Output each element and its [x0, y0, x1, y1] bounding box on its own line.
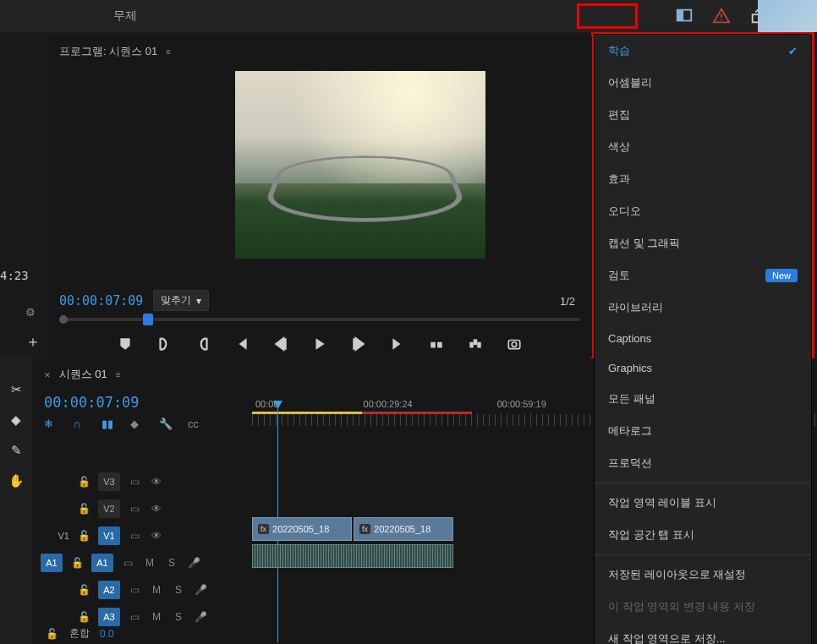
ws-item-all-panels[interactable]: 모든 패널 — [595, 383, 811, 415]
playback-resolution[interactable]: 1/2 — [560, 295, 575, 308]
mute-button[interactable]: M — [142, 557, 157, 569]
track-v2-target[interactable]: V2 — [98, 499, 120, 518]
ripple-tool[interactable]: ◆ — [11, 412, 21, 428]
linked-selection-toggle[interactable]: ∩ — [73, 418, 88, 433]
ws-item-learning[interactable]: 학습 ✔ — [595, 35, 811, 67]
add-marker-tool[interactable]: ◆ — [130, 418, 145, 433]
eye-icon[interactable]: 👁 — [149, 530, 164, 542]
warning-icon[interactable] — [712, 7, 731, 25]
voiceover-icon[interactable]: 🎤 — [186, 557, 201, 569]
ws-item-audio[interactable]: 오디오 — [595, 195, 811, 227]
fx-toggle[interactable]: ▭ — [127, 530, 142, 542]
new-badge: New — [765, 269, 798, 282]
lock-icon[interactable]: 🔓 — [76, 476, 91, 488]
settings-icon[interactable]: ⚙ — [25, 306, 36, 319]
play-button[interactable] — [312, 336, 327, 352]
eye-icon[interactable]: 👁 — [149, 503, 164, 515]
go-to-out-button[interactable] — [390, 336, 405, 352]
source-v1-label[interactable]: V1 — [44, 531, 69, 541]
ws-item-label: 학습 — [608, 43, 630, 58]
svg-rect-9 — [477, 342, 481, 348]
lock-icon[interactable]: 🔓 — [69, 557, 85, 569]
close-tab-button[interactable]: × — [44, 368, 51, 381]
ws-item-save-as-new[interactable]: 새 작업 영역으로 저장... — [595, 623, 811, 644]
snap-toggle[interactable]: ❄ — [44, 418, 59, 433]
pen-tool[interactable]: ✎ — [11, 443, 22, 458]
panel-menu-icon[interactable]: ≡ — [166, 47, 171, 57]
ws-item-graphics-en[interactable]: Graphics — [595, 353, 811, 383]
ws-item-editing[interactable]: 편집 — [595, 99, 811, 131]
panel-menu-icon[interactable]: ≡ — [116, 370, 121, 379]
mark-out-button[interactable] — [195, 336, 211, 352]
ws-item-libraries[interactable]: 라이브러리 — [595, 292, 811, 324]
fx-toggle[interactable]: ▭ — [127, 611, 142, 623]
solo-button[interactable]: S — [171, 611, 186, 623]
solo-button[interactable]: S — [171, 584, 186, 596]
lock-icon[interactable]: 🔓 — [76, 584, 91, 596]
video-clip[interactable]: fx 20220505_18 — [354, 517, 453, 541]
audio-clip[interactable] — [252, 544, 453, 568]
program-timecode[interactable]: 00:00:07:09 — [59, 293, 143, 308]
zoom-fit-dropdown[interactable]: 맞추기 ▾ — [153, 290, 209, 311]
ws-item-review[interactable]: 검토 New — [595, 259, 811, 292]
ws-item-captions-graphics[interactable]: 캡션 및 그래픽 — [595, 227, 811, 259]
ws-item-show-tabs[interactable]: 작업 공간 탭 표시 — [595, 519, 811, 551]
mix-value[interactable]: 0.0 — [100, 628, 114, 640]
track-a1-target[interactable]: A1 — [91, 554, 113, 572]
extract-button[interactable] — [468, 336, 483, 352]
tool-strip: ✂ ◆ ✎ ✋ — [0, 358, 32, 644]
voiceover-icon[interactable]: 🎤 — [193, 584, 208, 596]
ws-item-assembly[interactable]: 어셈블리 — [595, 67, 811, 99]
add-marker-button[interactable] — [118, 336, 133, 352]
lock-icon[interactable]: 🔓 — [44, 628, 59, 640]
settings-tool[interactable]: 🔧 — [159, 418, 174, 433]
lock-icon[interactable]: 🔓 — [76, 530, 91, 542]
lock-icon[interactable]: 🔓 — [76, 503, 91, 515]
selection-tool[interactable]: ✂ — [11, 382, 22, 397]
track-a2-target[interactable]: A2 — [98, 581, 120, 599]
marker-toggle[interactable]: ▮▮ — [101, 418, 117, 433]
program-scrubber[interactable] — [59, 318, 580, 331]
voiceover-icon[interactable]: 🎤 — [193, 611, 208, 623]
clip-label: 20220505_18 — [272, 524, 329, 534]
video-preview[interactable] — [235, 71, 485, 259]
export-frame-button[interactable] — [507, 336, 522, 352]
ws-item-label: 저장된 레이아웃으로 재설정 — [608, 567, 746, 582]
work-area-bar[interactable] — [252, 412, 362, 414]
step-back-button[interactable] — [273, 336, 288, 352]
video-clip[interactable]: fx 20220505_18 — [252, 517, 352, 541]
ws-item-label: 라이브러리 — [608, 300, 663, 315]
eye-icon[interactable]: 👁 — [149, 476, 164, 488]
step-forward-button[interactable] — [351, 336, 366, 352]
workspace-menu-button[interactable] — [675, 7, 694, 25]
track-v3-target[interactable]: V3 — [98, 472, 120, 491]
fx-toggle[interactable]: ▭ — [127, 476, 142, 488]
ws-item-show-labels[interactable]: 작업 영역 레이블 표시 — [595, 487, 811, 519]
mark-in-button[interactable] — [156, 336, 172, 352]
solo-button[interactable]: S — [164, 557, 179, 569]
ws-item-effects[interactable]: 효과 — [595, 163, 811, 195]
scrubber-handle[interactable] — [143, 314, 153, 325]
ws-item-production[interactable]: 프로덕션 — [595, 447, 811, 479]
lock-icon[interactable]: 🔓 — [76, 611, 91, 623]
ws-item-color[interactable]: 색상 — [595, 131, 811, 163]
svg-rect-5 — [430, 342, 436, 348]
fx-toggle[interactable]: ▭ — [127, 584, 142, 596]
track-v1-target[interactable]: V1 — [98, 527, 120, 545]
fx-toggle[interactable]: ▭ — [127, 503, 142, 515]
ws-item-captions-en[interactable]: Captions — [595, 324, 811, 353]
dropdown-label: 맞추기 — [161, 293, 191, 308]
lift-button[interactable] — [429, 336, 444, 352]
caption-track-toggle[interactable]: cc — [188, 418, 203, 433]
mute-button[interactable]: M — [149, 611, 164, 623]
fx-toggle[interactable]: ▭ — [120, 557, 135, 569]
add-button[interactable]: ＋ — [25, 331, 41, 352]
go-to-in-button[interactable] — [234, 336, 249, 352]
track-a3-target[interactable]: A3 — [98, 608, 120, 626]
mute-button[interactable]: M — [149, 584, 164, 596]
source-a1-patch[interactable]: A1 — [41, 554, 63, 572]
hand-tool[interactable]: ✋ — [8, 473, 25, 488]
timeline-tab-title[interactable]: 시퀀스 01 — [59, 367, 107, 382]
ws-item-reset-layout[interactable]: 저장된 레이아웃으로 재설정 — [595, 559, 811, 591]
ws-item-metalogging[interactable]: 메타로그 — [595, 415, 811, 447]
